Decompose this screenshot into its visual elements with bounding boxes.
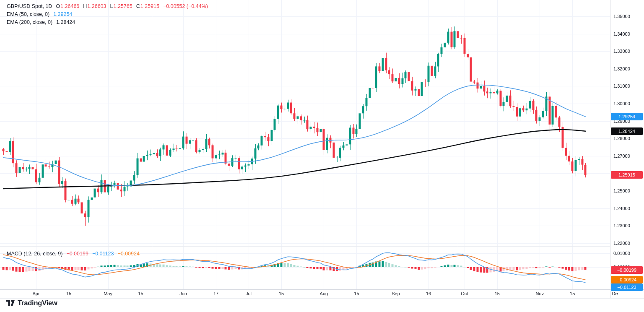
macd-hist-badge: −0.00199 [611,266,643,274]
ema50-value: 1.29254 [53,11,72,17]
chart-plot-canvas[interactable] [0,0,644,312]
ohlc-low: L1.25765 [110,3,132,9]
legend-panel: GBP/USD Spot, 1D O1.26466 H1.26603 L1.25… [7,2,212,26]
time-axis-label: Sep [392,291,400,296]
macd-signal-badge: −0.00924 [611,276,643,283]
ema50-label: EMA (50, close, 0) [7,11,49,17]
time-axis-label: Oct [461,291,468,296]
time-axis-label: 15 [495,291,500,296]
symbol-title: GBP/USD Spot, 1D [7,3,52,9]
time-axis-label: 15 [570,291,575,296]
time-axis-label: 16 [426,291,431,296]
macd-legend-row[interactable]: MACD (12, 26, close, 9) −0.00199 −0.0112… [7,250,143,257]
time-axis-label: Nov [535,291,544,296]
price-axis-label: 1.24000 [613,206,630,211]
price-axis-label: 1.31000 [613,83,630,89]
ohlc-close: C1.25915 [136,3,159,9]
ema200-label: EMA (200, close, 0) [7,19,52,25]
tradingview-logo-icon [6,299,15,307]
tradingview-logo-text: TradingView [18,299,57,307]
macd-hist-value: −0.00199 [66,251,88,257]
ema50-legend-row[interactable]: EMA (50, close, 0) 1.29254 [7,10,212,18]
time-axis-label: De [612,291,618,296]
time-axis-label: 15 [354,291,359,296]
price-axis-label: 1.22000 [613,241,630,246]
ema200-value: 1.28424 [56,19,75,25]
change-value: −0.00552 (−0.44%) [163,3,208,9]
price-axis-label: 1.28000 [613,136,630,141]
macd-axis-label: 0.01000 [613,251,630,256]
price-axis-label: 1.35000 [613,14,630,19]
time-axis-label: Jun [179,291,187,296]
macd-line-badge: −0.01123 [611,283,643,291]
macd-signal-value: −0.00924 [117,251,139,257]
macd-label: MACD (12, 26, close, 9) [7,251,62,257]
ema200-legend-row[interactable]: EMA (200, close, 0) 1.28424 [7,18,212,26]
symbol-legend-row[interactable]: GBP/USD Spot, 1D O1.26466 H1.26603 L1.25… [7,2,212,10]
price-axis-label: 1.25000 [613,188,630,194]
price-axis-label: 1.23000 [613,223,630,229]
time-axis-label: 15 [66,291,71,296]
price-axis-label: 1.33000 [613,49,630,54]
time-axis-label: Aug [320,291,328,296]
price-axis-label: 1.30000 [613,101,630,107]
price-axis-label: 1.34000 [613,31,630,37]
price-axis-label: 1.32000 [613,66,630,72]
time-axis-label: Apr [32,291,39,296]
last-price-badge: 1.25915 [611,171,643,179]
macd-legend-panel: MACD (12, 26, close, 9) −0.00199 −0.0112… [7,250,143,257]
tradingview-logo[interactable]: TradingView [6,299,57,307]
time-axis-label: 17 [213,291,218,296]
ema200-price-badge: 1.28424 [611,127,643,135]
time-axis-label: Jul [246,291,252,296]
time-axis-label: 15 [138,291,143,296]
ohlc-high: H1.26603 [83,3,106,9]
price-axis-label: 1.27000 [613,153,630,159]
macd-line-value: −0.01123 [92,251,114,257]
ema50-price-badge: 1.29254 [611,113,643,120]
ohlc-open: O1.26466 [56,3,79,9]
tradingview-chart-window: GBP/USD Spot, 1D O1.26466 H1.26603 L1.25… [0,0,644,312]
time-axis-label: 15 [279,291,284,296]
time-axis-label: May [104,291,112,296]
